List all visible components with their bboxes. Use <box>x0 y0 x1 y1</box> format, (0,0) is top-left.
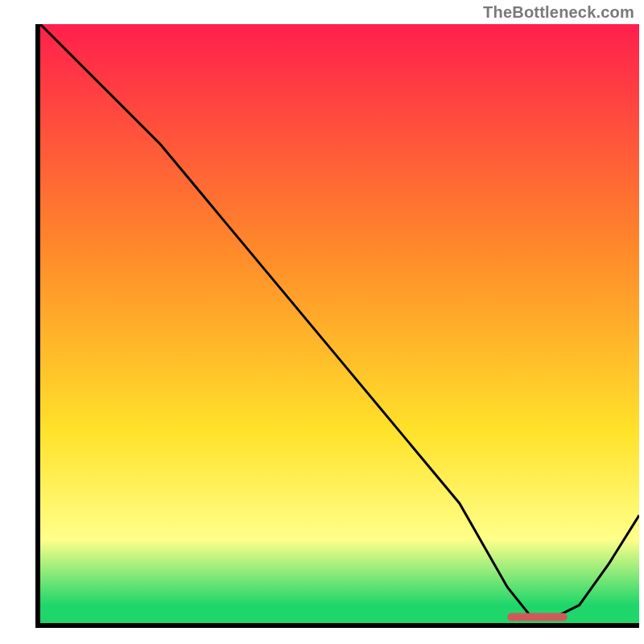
optimal-zone-marker <box>507 613 567 621</box>
plot-area <box>35 24 639 628</box>
bottleneck-curve <box>40 24 639 617</box>
watermark-label: TheBottleneck.com <box>483 3 634 22</box>
curve-layer <box>40 24 639 623</box>
chart-frame: TheBottleneck.com <box>0 0 644 644</box>
